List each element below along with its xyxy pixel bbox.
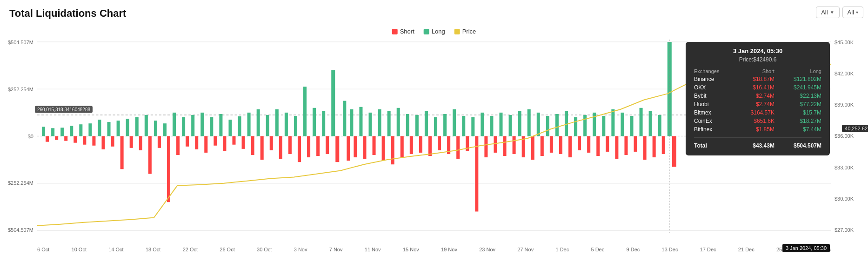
svg-rect-22: [117, 121, 120, 136]
svg-rect-39: [195, 136, 198, 149]
svg-rect-55: [270, 136, 273, 150]
left-dropdown[interactable]: All ▼: [816, 7, 839, 18]
svg-rect-79: [382, 136, 385, 161]
svg-rect-127: [606, 136, 609, 152]
svg-rect-81: [391, 136, 394, 165]
svg-rect-23: [120, 136, 124, 169]
right-dropdown[interactable]: All ▾: [842, 7, 863, 18]
x-axis-labels: 6 Oct 10 Oct 14 Oct 18 Oct 22 Oct 26 Oct…: [37, 247, 831, 252]
svg-rect-82: [397, 108, 400, 136]
svg-rect-48: [238, 116, 241, 136]
table-row: Huobi $2.74M $77.22M: [692, 100, 823, 108]
svg-rect-51: [251, 136, 254, 155]
svg-rect-36: [182, 117, 185, 136]
svg-rect-134: [640, 108, 643, 136]
svg-rect-76: [369, 113, 372, 136]
svg-rect-15: [83, 136, 86, 145]
svg-rect-38: [191, 115, 194, 136]
svg-rect-113: [541, 136, 544, 156]
legend-price: Price: [454, 28, 476, 35]
dropdown-arrow-left: ▼: [830, 10, 835, 15]
svg-rect-85: [410, 136, 413, 154]
svg-rect-117: [559, 136, 562, 154]
svg-rect-20: [107, 122, 111, 136]
dropdown-arrow-right: ▾: [856, 10, 858, 15]
svg-rect-27: [139, 136, 142, 150]
svg-rect-94: [453, 109, 456, 136]
svg-rect-90: [434, 117, 437, 136]
tooltip: 3 Jan 2024, 05:30 Price:$42490.6 Exchang…: [686, 42, 830, 155]
svg-rect-69: [335, 136, 339, 162]
svg-rect-126: [602, 116, 605, 136]
svg-rect-71: [347, 136, 350, 161]
svg-rect-136: [649, 111, 652, 136]
svg-rect-80: [387, 111, 391, 136]
svg-rect-57: [279, 136, 282, 159]
svg-rect-115: [550, 136, 553, 153]
svg-rect-18: [98, 120, 101, 136]
tooltip-table: Exchanges Short Long Binance $18.87M $12…: [692, 67, 823, 150]
svg-rect-24: [126, 119, 129, 136]
svg-rect-13: [73, 136, 77, 143]
svg-rect-111: [531, 136, 534, 160]
svg-rect-131: [624, 136, 628, 155]
svg-rect-16: [88, 123, 92, 136]
svg-rect-98: [471, 117, 474, 136]
svg-rect-114: [546, 116, 549, 136]
legend: Short Long Price: [392, 28, 476, 35]
crosshair-date-label: 3 Jan 2024, 05:30: [782, 244, 830, 252]
svg-rect-40: [200, 113, 204, 136]
tooltip-price: Price:$42490.6: [692, 56, 823, 63]
svg-rect-129: [615, 136, 618, 159]
svg-rect-56: [275, 109, 279, 136]
svg-rect-70: [343, 101, 346, 136]
svg-rect-141: [672, 136, 676, 167]
svg-rect-35: [176, 136, 180, 155]
table-row: Bitfinex $1.85M $7.44M: [692, 125, 823, 134]
svg-rect-104: [499, 113, 502, 136]
svg-rect-61: [298, 136, 301, 162]
svg-rect-125: [596, 136, 600, 156]
svg-rect-89: [428, 136, 432, 156]
short-color-dot: [392, 29, 398, 34]
svg-rect-68: [331, 70, 335, 136]
svg-rect-119: [568, 136, 572, 158]
tooltip-header: 3 Jan 2024, 05:30: [692, 47, 823, 54]
svg-rect-11: [64, 136, 67, 141]
svg-rect-101: [484, 136, 487, 158]
top-right-controls: All ▼ All ▾: [816, 7, 863, 18]
svg-rect-139: [662, 136, 665, 154]
svg-rect-58: [285, 113, 288, 136]
svg-rect-60: [294, 116, 297, 136]
svg-rect-49: [242, 136, 245, 149]
svg-rect-46: [228, 120, 232, 136]
table-row: Bitmex $164.57K $15.7M: [692, 108, 823, 117]
svg-rect-128: [611, 109, 614, 136]
svg-rect-110: [527, 109, 531, 136]
svg-rect-121: [578, 136, 581, 150]
svg-rect-6: [42, 127, 45, 136]
svg-rect-84: [406, 114, 409, 136]
svg-rect-132: [630, 116, 633, 136]
svg-rect-122: [583, 115, 587, 136]
svg-rect-28: [145, 115, 148, 136]
svg-rect-108: [518, 111, 521, 136]
svg-rect-25: [130, 136, 133, 148]
svg-rect-62: [303, 87, 307, 136]
svg-rect-17: [92, 136, 95, 146]
svg-rect-44: [219, 114, 222, 136]
svg-rect-59: [288, 136, 292, 154]
svg-rect-66: [322, 111, 325, 136]
svg-rect-130: [621, 113, 624, 136]
svg-rect-106: [509, 115, 512, 136]
svg-rect-73: [354, 136, 357, 158]
svg-rect-107: [513, 136, 516, 154]
right-edge-price-label: 40,252.62: [842, 125, 868, 132]
svg-rect-47: [232, 136, 235, 145]
svg-rect-26: [135, 117, 139, 136]
svg-rect-32: [163, 123, 167, 136]
svg-rect-64: [313, 108, 316, 136]
table-row: OKX $16.41M $241.945M: [692, 83, 823, 92]
svg-rect-10: [60, 128, 64, 136]
svg-rect-41: [204, 136, 207, 153]
